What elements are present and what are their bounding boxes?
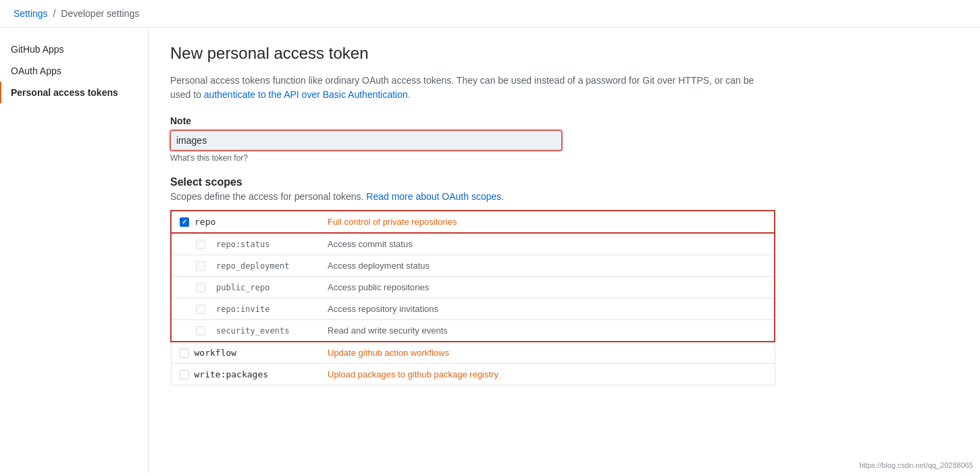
note-input[interactable] [170, 130, 562, 151]
scope-checkbox-workflow[interactable] [180, 348, 189, 358]
scope-row-repo-invite: repo:invite Access repository invitation… [171, 298, 775, 320]
sidebar-item-github-apps[interactable]: GitHub Apps [0, 38, 148, 60]
breadcrumb-current: Developer settings [61, 8, 139, 19]
scope-checkbox-repo[interactable] [180, 217, 189, 227]
scope-desc-repo-deployment: Access deployment status [319, 255, 775, 277]
main-content: New personal access token Personal acces… [149, 28, 797, 473]
scope-desc-repo-invite: Access repository invitations [319, 298, 775, 320]
scope-name-cell-security-events: security_events [171, 320, 319, 342]
watermark: https://blog.csdn.net/qq_20288065 [859, 461, 973, 469]
scope-desc-security-events: Read and write security events [319, 320, 775, 342]
scope-checkbox-repo-deployment[interactable] [196, 261, 205, 271]
page-title: New personal access token [170, 44, 775, 63]
note-form-group: Note What's this token for? [170, 115, 775, 163]
breadcrumb: Settings / Developer settings [0, 0, 980, 28]
scope-row-repo-status: repo:status Access commit status [171, 233, 775, 255]
scope-checkbox-container-security-events: security_events [180, 326, 311, 336]
scope-label-repo-invite: repo:invite [216, 305, 269, 314]
scope-checkbox-container-repo-status: repo:status [180, 240, 311, 249]
breadcrumb-settings-link[interactable]: Settings [14, 8, 48, 19]
scope-checkbox-container-public-repo: public_repo [180, 283, 311, 292]
scope-label-write-packages: write:packages [195, 369, 269, 379]
info-text-part2: . [408, 89, 411, 100]
scope-checkbox-container-repo-deployment: repo_deployment [180, 261, 311, 271]
scope-checkbox-public-repo[interactable] [196, 283, 205, 292]
scope-row-workflow: workflow Update github action workflows [171, 342, 775, 364]
scope-label-repo-deployment: repo_deployment [216, 261, 289, 271]
sidebar: GitHub Apps OAuth Apps Personal access t… [0, 28, 149, 473]
note-hint: What's this token for? [170, 153, 775, 163]
scope-checkbox-security-events[interactable] [196, 326, 205, 336]
scope-checkbox-write-packages[interactable] [180, 370, 189, 379]
scope-label-repo-status: repo:status [216, 240, 269, 249]
scopes-subtitle: Scopes define the access for personal to… [170, 191, 775, 202]
info-link[interactable]: authenticate to the API over Basic Authe… [204, 89, 408, 100]
scope-name-cell-workflow: workflow [171, 342, 319, 364]
scope-checkbox-repo-invite[interactable] [196, 305, 205, 314]
note-label: Note [170, 115, 775, 126]
scope-name-cell-write-packages: write:packages [171, 364, 319, 386]
scope-row-write-packages: write:packages Upload packages to github… [171, 364, 775, 386]
scope-name-cell-public-repo: public_repo [171, 277, 319, 298]
scope-row-security-events: security_events Read and write security … [171, 320, 775, 342]
scopes-table: repo Full control of private repositorie… [170, 210, 775, 386]
scope-name-cell-repo: repo [171, 211, 319, 233]
scope-row-repo-deployment: repo_deployment Access deployment status [171, 255, 775, 277]
scope-desc-public-repo: Access public repositories [319, 277, 775, 298]
scope-label-security-events: security_events [216, 326, 289, 336]
scope-desc-repo-status: Access commit status [319, 233, 775, 255]
scope-label-public-repo: public_repo [216, 283, 269, 292]
scope-name-cell-repo-status: repo:status [171, 233, 319, 255]
scope-name-cell-repo-deployment: repo_deployment [171, 255, 319, 277]
scope-checkbox-container-workflow: workflow [180, 348, 312, 358]
scope-row-public-repo: public_repo Access public repositories [171, 277, 775, 298]
sidebar-item-oauth-apps[interactable]: OAuth Apps [0, 60, 148, 82]
scopes-section: Select scopes Scopes define the access f… [170, 176, 775, 386]
scope-row-repo: repo Full control of private repositorie… [171, 211, 775, 233]
scope-name-cell-repo-invite: repo:invite [171, 298, 319, 320]
scope-checkbox-container-write-packages: write:packages [180, 369, 312, 379]
scope-checkbox-container-repo: repo [180, 217, 311, 227]
scope-checkbox-container-repo-invite: repo:invite [180, 305, 311, 314]
scope-checkbox-repo-status[interactable] [196, 240, 205, 249]
scope-desc-workflow: Update github action workflows [319, 342, 775, 364]
scope-label-workflow: workflow [195, 348, 237, 358]
sidebar-item-personal-access-tokens[interactable]: Personal access tokens [0, 82, 148, 103]
scopes-link[interactable]: Read more about OAuth scopes [366, 191, 501, 202]
scope-desc-repo: Full control of private repositories [319, 211, 775, 233]
scopes-subtitle-text: Scopes define the access for personal to… [170, 191, 366, 202]
scope-desc-write-packages: Upload packages to github package regist… [319, 364, 775, 386]
scope-label-repo: repo [195, 217, 215, 227]
scopes-title: Select scopes [170, 176, 775, 188]
breadcrumb-separator: / [53, 8, 55, 19]
info-text: Personal access tokens function like ord… [170, 74, 775, 102]
